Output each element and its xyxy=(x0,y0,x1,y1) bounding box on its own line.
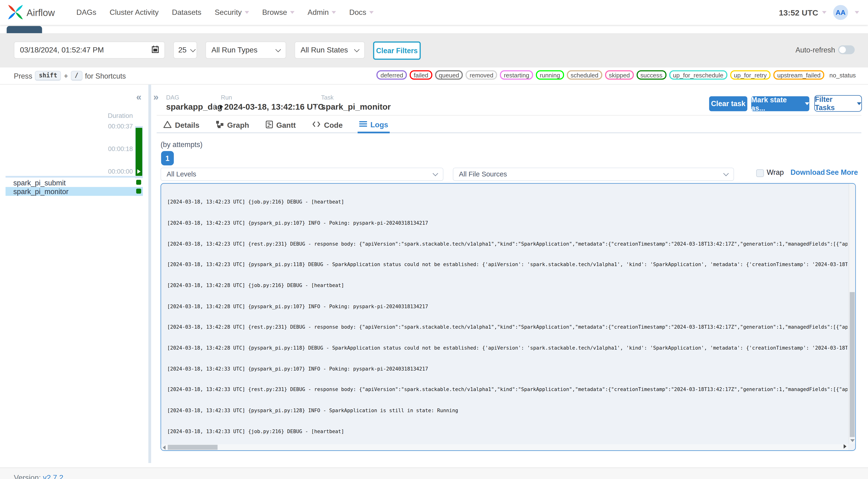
legend-badge-running[interactable]: running xyxy=(536,70,564,80)
legend-badge-skipped[interactable]: skipped xyxy=(605,70,634,80)
navbar: Airflow DAGs Cluster Activity Datasets S… xyxy=(0,0,868,25)
legend-badge-queued[interactable]: queued xyxy=(435,70,463,80)
airflow-brand[interactable]: Airflow xyxy=(8,4,55,22)
legend-badge-up-for-reschedule[interactable]: up_for_reschedule xyxy=(669,70,727,80)
chevron-down-icon xyxy=(723,171,728,176)
task-instance-square-monitor[interactable] xyxy=(136,189,141,194)
horizontal-scrollbar-thumb[interactable] xyxy=(167,445,218,450)
nav-item-dags[interactable]: DAGs xyxy=(76,8,96,17)
horizontal-scrollbar[interactable] xyxy=(161,444,848,450)
task-instance-square-submit[interactable] xyxy=(136,180,141,185)
legend-badge-removed[interactable]: removed xyxy=(466,70,497,80)
calendar-icon[interactable] xyxy=(152,45,159,55)
nav-item-docs[interactable]: Docs xyxy=(349,8,373,17)
avatar[interactable]: AA xyxy=(833,5,848,20)
footer: Version: v2.7.2 xyxy=(0,468,868,479)
filter-tasks-button[interactable]: Filter Tasks xyxy=(814,95,862,112)
log-line: [2024-03-18, 13:42:28 UTC] {job.py:216} … xyxy=(167,282,847,289)
log-line: [2024-03-18, 13:42:28 UTC] {pyspark_pi.p… xyxy=(167,345,847,352)
see-more-link[interactable]: See More xyxy=(826,168,858,177)
auto-refresh-toggle[interactable] xyxy=(838,45,855,54)
wrap-checkbox[interactable] xyxy=(756,169,764,177)
panel-resize-handle[interactable] xyxy=(148,85,151,463)
base-date-input[interactable]: 03/18/2024, 01:52:47 PM xyxy=(14,41,165,59)
legend-badge-scheduled[interactable]: scheduled xyxy=(567,70,602,80)
file-sources-select[interactable]: All File Sources xyxy=(453,167,734,181)
task-name: spark_pi_monitor xyxy=(13,187,68,195)
vertical-scrollbar-thumb[interactable] xyxy=(850,292,855,437)
log-line: [2024-03-18, 13:42:33 UTC] {pyspark_pi.p… xyxy=(167,407,847,414)
legend-badge-restarting[interactable]: restarting xyxy=(500,70,533,80)
version-link[interactable]: v2.7.2 xyxy=(43,474,63,479)
scrolled-active-view-tab[interactable] xyxy=(7,26,42,33)
log-line: [2024-03-18, 13:42:23 UTC] {pyspark_pi.p… xyxy=(167,220,847,227)
divider xyxy=(0,84,868,85)
manual-run-icon xyxy=(220,104,223,109)
task-name: spark_pi_submit xyxy=(13,178,66,187)
clock-dropdown[interactable]: 13:52 UTC xyxy=(779,8,827,17)
vertical-scrollbar[interactable] xyxy=(849,184,855,444)
clear-task-button[interactable]: Clear task xyxy=(709,96,747,111)
tab-gantt[interactable]: Gantt xyxy=(264,118,298,132)
collapse-sidebar-button[interactable]: « xyxy=(136,92,141,103)
tab-code[interactable]: Code xyxy=(311,118,344,132)
run-types-select[interactable]: All Run Types xyxy=(205,41,286,59)
scroll-left-arrow-icon[interactable] xyxy=(163,445,165,450)
nav-item-browse[interactable]: Browse xyxy=(262,8,294,17)
version-text: Version: v2.7.2 xyxy=(14,474,63,479)
nav-item-cluster-activity[interactable]: Cluster Activity xyxy=(110,8,159,17)
chevron-down-icon xyxy=(190,46,196,52)
grid-header-underline xyxy=(6,176,143,178)
detail-tabs: Details Graph Gantt Code Logs xyxy=(157,118,861,133)
log-line: [2024-03-18, 13:42:33 UTC] {job.py:216} … xyxy=(167,428,847,435)
download-link[interactable]: Download xyxy=(790,168,825,177)
wrap-label: Wrap xyxy=(767,168,784,177)
base-date-value: 03/18/2024, 01:52:47 PM xyxy=(20,46,104,54)
breadcrumb-run-value[interactable]: 2024-03-18, 13:42:16 UTC xyxy=(220,102,324,111)
nav-item-security[interactable]: Security xyxy=(215,8,249,17)
tab-details[interactable]: Details xyxy=(162,118,201,132)
chevron-down-icon[interactable] xyxy=(855,11,859,14)
logs-icon xyxy=(359,121,367,129)
nav-item-admin[interactable]: Admin xyxy=(307,8,336,17)
task-row-spark-pi-submit[interactable]: spark_pi_submit xyxy=(6,178,143,187)
legend-no-status: no_status xyxy=(829,72,856,78)
chevron-down-icon xyxy=(805,102,809,105)
gantt-icon xyxy=(266,120,273,130)
auto-refresh-label: Auto-refresh xyxy=(796,46,835,54)
task-row-spark-pi-monitor[interactable]: spark_pi_monitor xyxy=(6,187,143,196)
attempt-1-button[interactable]: 1 xyxy=(161,151,174,165)
duration-axis-label: Duration xyxy=(93,112,133,120)
scroll-down-arrow-icon[interactable] xyxy=(850,439,855,442)
log-line: [2024-03-18, 13:42:23 UTC] {rest.py:231}… xyxy=(167,241,847,248)
warning-triangle-icon xyxy=(163,120,172,130)
breadcrumb-task-value[interactable]: spark_pi_monitor xyxy=(321,102,391,111)
shortcuts-hint: Press shift + / for Shortcuts xyxy=(14,71,126,81)
nav-item-datasets[interactable]: Datasets xyxy=(172,8,201,17)
breadcrumb-task-label: Task xyxy=(321,94,334,101)
legend-badge-deferred[interactable]: deferred xyxy=(377,70,407,80)
log-levels-select[interactable]: All Levels xyxy=(160,167,443,181)
scroll-right-arrow-icon[interactable] xyxy=(844,444,846,449)
clear-filters-button[interactable]: Clear Filters xyxy=(373,41,421,60)
tab-graph[interactable]: Graph xyxy=(214,118,251,132)
by-attempts-label: (by attempts) xyxy=(160,140,203,149)
legend-badge-upstream-failed[interactable]: upstream_failed xyxy=(773,70,825,80)
tab-logs[interactable]: Logs xyxy=(358,118,390,133)
breadcrumb-dag-label: DAG xyxy=(166,94,179,101)
chevron-down-icon xyxy=(822,11,827,14)
run-states-select[interactable]: All Run States xyxy=(294,41,365,59)
log-line: [2024-03-18, 13:42:33 UTC] {pyspark_pi.p… xyxy=(167,365,847,373)
num-runs-select[interactable]: 25 xyxy=(173,41,197,59)
legend-badge-success[interactable]: success xyxy=(637,70,666,80)
dag-run-duration-bar[interactable] xyxy=(135,128,142,176)
mark-state-as-button[interactable]: Mark state as... xyxy=(751,96,809,111)
log-content: [2024-03-18, 13:42:23 UTC] {job.py:216} … xyxy=(167,185,847,443)
divider xyxy=(157,115,861,116)
chevron-down-icon xyxy=(332,11,336,14)
nav-right: 13:52 UTC AA xyxy=(779,0,859,25)
expand-panel-button[interactable]: » xyxy=(153,92,158,103)
legend-badge-failed[interactable]: failed xyxy=(410,70,432,80)
nav-menu: DAGs Cluster Activity Datasets Security … xyxy=(76,0,373,25)
legend-badge-up-for-retry[interactable]: up_for_retry xyxy=(730,70,771,80)
